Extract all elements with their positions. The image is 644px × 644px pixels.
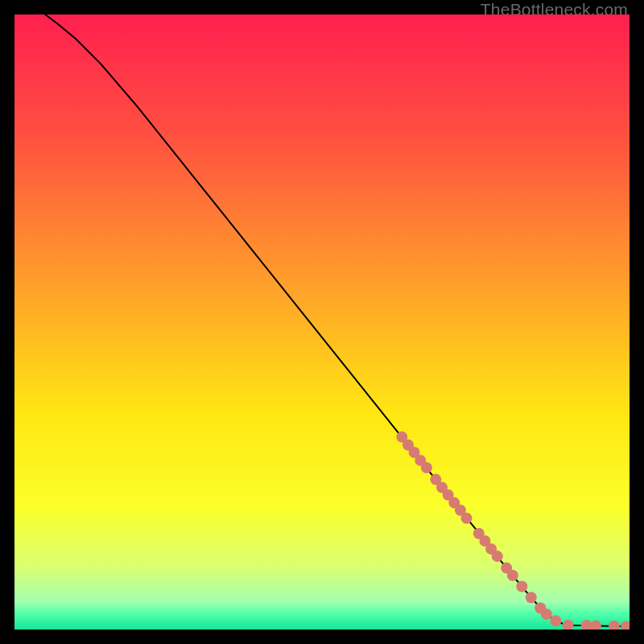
plot-area xyxy=(14,14,630,630)
marker-dot xyxy=(507,570,518,581)
marker-dot xyxy=(421,462,432,473)
chart-frame: TheBottleneck.com xyxy=(0,0,644,644)
marker-dot xyxy=(492,551,503,562)
chart-svg xyxy=(14,14,630,630)
chart-background xyxy=(14,14,630,630)
marker-dot xyxy=(541,609,552,620)
marker-dot xyxy=(516,581,527,592)
marker-dot xyxy=(526,592,537,603)
marker-dot xyxy=(461,513,473,524)
marker-dot xyxy=(550,615,561,626)
